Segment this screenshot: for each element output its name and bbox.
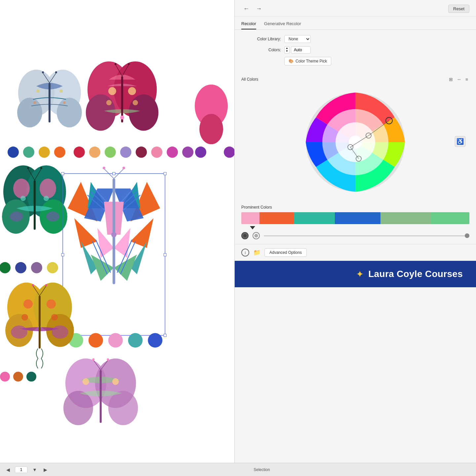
svg-point-30 — [39, 146, 50, 158]
color-bar — [241, 212, 469, 224]
svg-point-37 — [151, 146, 162, 158]
svg-rect-91 — [61, 254, 64, 256]
svg-point-110 — [47, 299, 56, 309]
prev-page-button[interactable]: ◀ — [5, 466, 12, 473]
svg-point-102 — [15, 262, 26, 273]
svg-point-10 — [36, 90, 40, 93]
svg-point-32 — [74, 146, 85, 158]
svg-point-8 — [42, 71, 44, 73]
advanced-options-button[interactable]: Advanced Options — [264, 248, 307, 257]
svg-point-27 — [120, 115, 124, 119]
theme-picker-button[interactable]: 🎨 Color Theme Pick — [284, 57, 331, 65]
prominent-colors-section: Prominent Colors — [235, 202, 476, 227]
right-panel: ← → Reset Recolor Generative Recolor Col… — [235, 0, 476, 463]
svg-point-122 — [26, 372, 36, 381]
wheel-title: All Colors — [241, 77, 258, 82]
tab-recolor[interactable]: Recolor — [241, 19, 256, 29]
svg-point-21 — [133, 100, 138, 105]
svg-point-40 — [195, 146, 206, 158]
svg-rect-22 — [121, 76, 123, 123]
color-segment-2[interactable] — [259, 212, 294, 224]
theme-picker-label: Color Theme Pick — [296, 59, 327, 63]
svg-point-45 — [13, 178, 30, 198]
svg-point-31 — [54, 146, 65, 158]
color-bar-indicator — [250, 226, 255, 229]
svg-point-13 — [63, 101, 66, 104]
color-segment-4[interactable] — [335, 212, 380, 224]
svg-point-113 — [11, 326, 27, 339]
svg-point-100 — [148, 333, 162, 348]
svg-point-104 — [47, 262, 58, 273]
svg-point-47 — [20, 196, 26, 201]
svg-point-112 — [51, 314, 58, 321]
svg-point-80 — [103, 167, 105, 169]
undo-button[interactable]: ← — [241, 4, 251, 14]
link-icon[interactable]: ♿ — [454, 136, 466, 149]
canvas-area — [0, 0, 235, 463]
color-segment-3[interactable] — [294, 212, 335, 224]
svg-point-118 — [32, 284, 34, 286]
arrows-view-icon[interactable]: ↔ — [456, 76, 463, 83]
panel-toolbar: ← → Reset — [235, 0, 476, 17]
svg-rect-95 — [164, 334, 166, 337]
radio-outlined[interactable] — [253, 232, 260, 239]
svg-point-34 — [105, 146, 116, 158]
radio-filled[interactable] — [241, 232, 249, 239]
color-bar-container — [241, 212, 469, 224]
slider-thumb[interactable] — [465, 233, 469, 238]
svg-point-109 — [23, 299, 33, 309]
svg-point-135 — [199, 114, 223, 144]
color-segment-1[interactable] — [241, 212, 259, 224]
list-view-icon[interactable]: ≡ — [464, 76, 469, 83]
svg-point-3 — [17, 98, 42, 128]
color-library-row: Color Library: None — [241, 35, 469, 43]
svg-point-121 — [13, 372, 23, 381]
svg-point-12 — [33, 101, 36, 104]
grid-view-icon[interactable]: ⊞ — [448, 76, 454, 83]
color-library-select[interactable]: None — [284, 35, 311, 43]
wheel-container[interactable]: ♿ — [241, 86, 469, 198]
color-wheel[interactable] — [302, 89, 408, 195]
svg-rect-129 — [100, 370, 102, 423]
svg-point-38 — [167, 146, 178, 158]
svg-rect-89 — [113, 172, 115, 175]
svg-rect-90 — [164, 172, 166, 175]
redo-button[interactable]: → — [254, 4, 264, 14]
svg-point-111 — [21, 314, 28, 321]
info-icon[interactable]: i — [241, 249, 249, 257]
svg-point-16 — [86, 95, 116, 131]
svg-point-25 — [115, 63, 117, 65]
svg-point-19 — [128, 87, 136, 95]
slider-track[interactable] — [264, 235, 469, 236]
svg-point-39 — [182, 146, 193, 158]
folder-icon[interactable]: 📁 — [253, 249, 260, 256]
svg-point-50 — [46, 212, 60, 221]
svg-point-127 — [83, 378, 89, 385]
svg-point-98 — [108, 333, 123, 348]
page-dropdown-button[interactable]: ▼ — [31, 466, 39, 473]
svg-point-150 — [243, 234, 247, 237]
colors-stepper-arrows[interactable]: ▲ ▼ — [284, 46, 290, 54]
color-segment-5[interactable] — [380, 212, 431, 224]
svg-point-97 — [89, 333, 103, 348]
colors-stepper: ▲ ▼ Auto — [284, 46, 311, 54]
svg-point-29 — [23, 146, 34, 158]
color-segment-6[interactable] — [431, 212, 469, 224]
svg-point-152 — [256, 235, 257, 236]
next-page-button[interactable]: ▶ — [42, 466, 49, 473]
svg-point-26 — [128, 63, 130, 65]
page-number-input[interactable] — [15, 466, 27, 473]
colors-label: Colors: — [241, 48, 281, 52]
svg-point-103 — [31, 262, 42, 273]
svg-point-114 — [52, 326, 68, 339]
bottom-actions: i 📁 Advanced Options — [235, 244, 476, 261]
svg-point-11 — [60, 90, 63, 93]
reset-button[interactable]: Reset — [448, 5, 469, 13]
svg-point-18 — [108, 87, 116, 95]
svg-point-48 — [44, 196, 49, 201]
svg-rect-5 — [49, 83, 51, 123]
view-icons: ⊞ ↔ ≡ — [448, 76, 469, 83]
toolbar-icons: ← → — [241, 4, 264, 14]
color-wheel-section: All Colors ⊞ ↔ ≡ — [235, 73, 476, 202]
tab-generative-recolor[interactable]: Generative Recolor — [264, 19, 301, 29]
